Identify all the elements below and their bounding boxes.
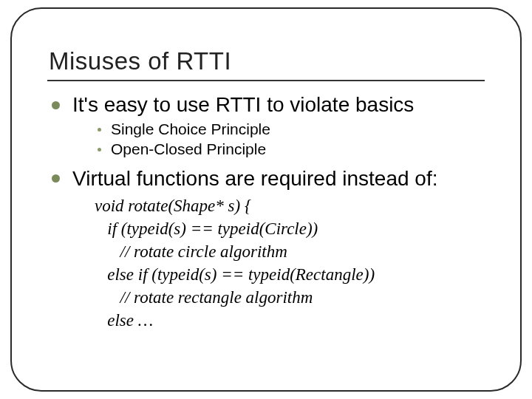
bullet-list: It's easy to use RTTI to violate basics …: [47, 92, 485, 332]
code-block: void rotate(Shape* s) { if (typeid(s) ==…: [95, 194, 485, 332]
sub-bullet-item: Single Choice Principle: [98, 119, 485, 139]
sub-bullet-list: Single Choice Principle Open-Closed Prin…: [72, 119, 485, 160]
bullet-text: It's easy to use RTTI to violate basics: [72, 93, 414, 116]
bullet-item: It's easy to use RTTI to violate basics …: [52, 92, 485, 160]
title-underline: [47, 80, 485, 81]
bullet-item: Virtual functions are required instead o…: [52, 166, 485, 332]
sub-bullet-text: Single Choice Principle: [111, 120, 270, 137]
sub-bullet-item: Open-Closed Principle: [98, 139, 485, 159]
bullet-text: Virtual functions are required instead o…: [72, 167, 437, 190]
slide: Misuses of RTTI It's easy to use RTTI to…: [0, 0, 532, 399]
slide-title: Misuses of RTTI: [49, 47, 485, 75]
slide-content: Misuses of RTTI It's easy to use RTTI to…: [16, 13, 516, 332]
sub-bullet-text: Open-Closed Principle: [111, 140, 266, 157]
